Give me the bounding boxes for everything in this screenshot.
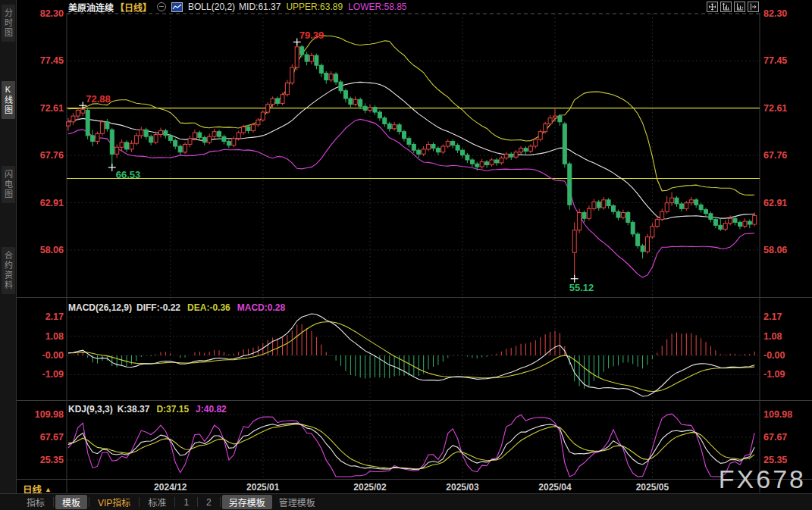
minus-circle-icon[interactable] — [157, 2, 166, 11]
candle — [699, 205, 703, 209]
toolbar-divider — [174, 497, 175, 507]
candle — [485, 162, 489, 165]
candle — [67, 122, 71, 126]
candle — [198, 133, 202, 137]
candle — [495, 160, 499, 163]
candle — [729, 218, 732, 223]
candle — [651, 227, 654, 237]
candle — [71, 116, 75, 122]
chart-canvas[interactable] — [0, 0, 812, 493]
sidebar-item-time-chart[interactable]: 分时图 — [2, 5, 15, 42]
candle — [563, 124, 566, 164]
kdj-params: KDJ(9,3,3) — [68, 404, 113, 415]
candle — [509, 154, 513, 157]
candle — [626, 213, 630, 223]
candle — [641, 246, 644, 252]
candle — [723, 224, 727, 230]
kdj-j-value: J:40.82 — [196, 404, 227, 415]
candle — [387, 124, 391, 128]
toolbar-manage-templates[interactable]: 管理模板 — [272, 495, 322, 509]
candle — [319, 65, 323, 73]
boll-upper-line — [68, 36, 754, 196]
candle — [208, 136, 212, 142]
candle — [689, 200, 693, 203]
candle — [422, 149, 425, 154]
candle — [353, 99, 357, 104]
candle — [261, 112, 265, 120]
candle — [646, 237, 650, 252]
toolbar-templates[interactable]: 模板 — [55, 495, 87, 509]
candle — [709, 214, 713, 220]
bottom-toolbar: 指标 模板 VIP指标 标准 1 2 另存模板 管理模板 — [0, 493, 812, 510]
candle — [227, 142, 230, 145]
candle — [115, 147, 119, 154]
candle — [212, 132, 216, 136]
candle — [456, 145, 459, 150]
candle — [285, 83, 289, 94]
candle — [193, 133, 196, 139]
candle — [407, 139, 411, 145]
indicator-chart-icon[interactable] — [171, 2, 183, 12]
candle — [359, 99, 362, 106]
sidebar-item-lightning-chart[interactable]: 闪电图 — [2, 166, 15, 203]
candle — [679, 204, 683, 208]
macd-histogram — [68, 324, 754, 389]
candle — [168, 136, 172, 140]
candle — [636, 234, 640, 246]
crosshair-tool-icon[interactable] — [707, 2, 718, 12]
candle — [446, 142, 450, 146]
sidebar-item-kline-chart[interactable]: K线图 — [2, 81, 15, 119]
candle — [519, 149, 523, 152]
candle — [558, 116, 562, 122]
candle — [733, 218, 737, 222]
boll-mid-line — [68, 82, 754, 219]
candle — [534, 139, 538, 146]
toolbar-save-template[interactable]: 另存模板 — [222, 495, 272, 509]
candle — [568, 164, 572, 205]
candle — [480, 162, 484, 167]
candle — [393, 125, 397, 129]
candle — [572, 230, 576, 253]
candle — [305, 55, 309, 61]
macd-macd-value: MACD:0.28 — [237, 302, 285, 313]
candle — [616, 211, 620, 217]
toolbar-standard[interactable]: 标准 — [141, 495, 173, 509]
y-axis-scale-icon[interactable] — [720, 2, 732, 12]
candle — [144, 130, 148, 136]
candle — [675, 198, 679, 204]
candle — [164, 130, 168, 135]
collapse-right-icon[interactable] — [748, 2, 759, 12]
candle — [315, 55, 318, 65]
candle — [451, 142, 455, 145]
boll-lower-line — [68, 119, 754, 277]
candle — [154, 135, 158, 142]
toolbar-indicators[interactable]: 指标 — [20, 495, 52, 509]
candle — [324, 74, 328, 80]
candle — [607, 200, 610, 206]
candle — [174, 140, 177, 146]
candle — [665, 203, 669, 212]
candle — [631, 222, 635, 233]
boll-lower-value: LOWER:58.85 — [348, 2, 406, 12]
x-axis-scale-icon[interactable] — [734, 2, 745, 12]
toolbar-vip-indicators[interactable]: VIP指标 — [91, 495, 137, 509]
candle — [587, 208, 591, 218]
candle — [149, 136, 153, 142]
candle — [120, 142, 124, 147]
candle — [412, 145, 415, 151]
candle — [218, 132, 221, 136]
candle — [105, 122, 109, 129]
sidebar-item-contract-info[interactable]: 合约资料 — [2, 247, 15, 294]
candle — [461, 150, 465, 155]
candle — [373, 108, 377, 112]
candle — [694, 200, 698, 205]
candle — [548, 118, 552, 124]
toolbar-slot-2[interactable]: 2 — [199, 496, 218, 508]
candle — [343, 91, 347, 99]
candle — [753, 215, 757, 224]
toolbar-slot-1[interactable]: 1 — [177, 496, 196, 508]
candle — [96, 133, 99, 141]
macd-header: MACD(26,12,9) DIFF:-0.22 DEA:-0.36 MACD:… — [68, 302, 285, 313]
candle — [524, 149, 528, 152]
candle — [237, 133, 240, 139]
